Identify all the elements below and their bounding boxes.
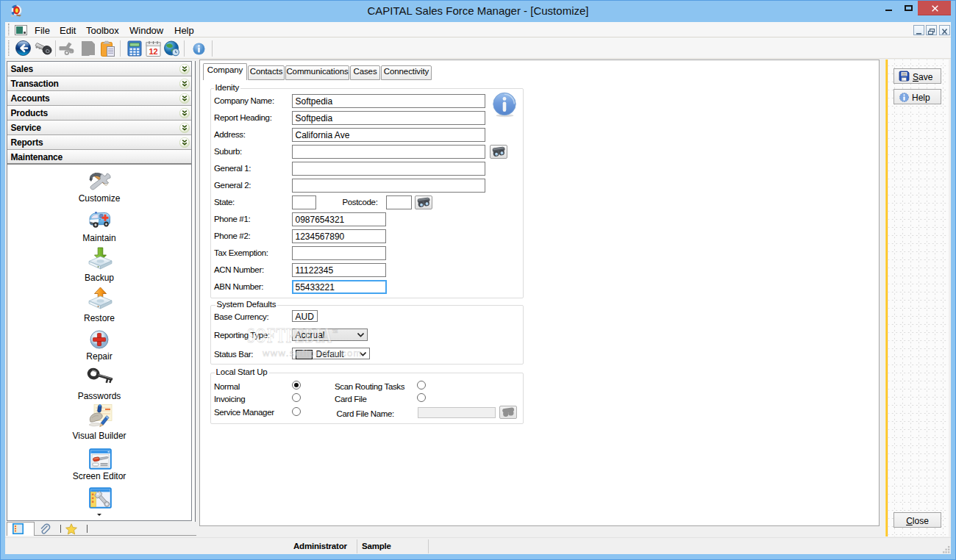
svg-text:12: 12 (149, 47, 157, 56)
